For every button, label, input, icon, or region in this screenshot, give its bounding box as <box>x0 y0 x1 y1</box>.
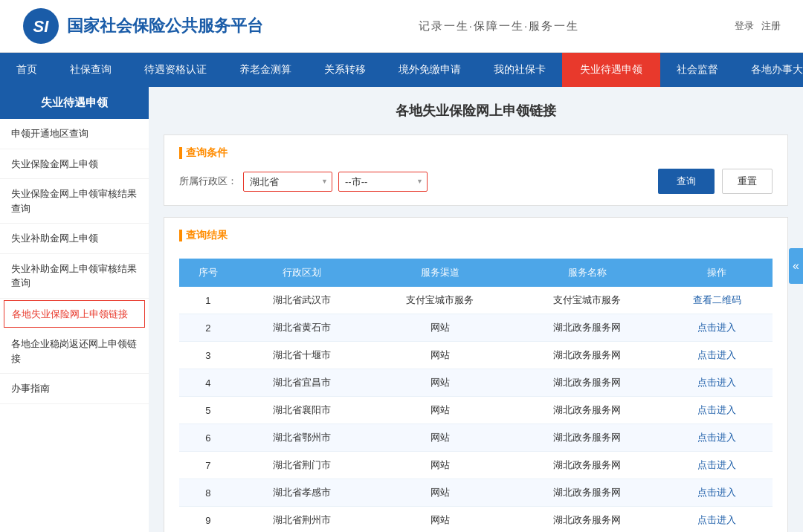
cell-region: 湖北省荆州市 <box>237 507 367 533</box>
table-row: 9 湖北省荆州市 网站 湖北政务服务网 点击进入 <box>179 507 773 533</box>
cell-action[interactable]: 点击进入 <box>661 479 773 507</box>
login-link[interactable]: 登录 <box>735 19 754 33</box>
cell-action[interactable]: 点击进入 <box>661 452 773 479</box>
cell-action[interactable]: 点击进入 <box>661 314 773 342</box>
results-table: 序号 行政区划 服务渠道 服务名称 操作 1 湖北省武汉市 支付宝城市服务 支付… <box>179 259 773 532</box>
cell-id: 7 <box>179 452 237 479</box>
cell-channel: 网站 <box>367 424 514 452</box>
nav-item-difang[interactable]: 各地办事大厅 <box>735 54 803 85</box>
cell-action[interactable]: 点击进入 <box>661 424 773 452</box>
nav-item-shebao[interactable]: 社保查询 <box>54 54 128 85</box>
sidebar-item-guide[interactable]: 办事指南 <box>0 374 149 404</box>
cell-id: 5 <box>179 397 237 424</box>
search-row: 所属行政区： 湖北省 --市-- 查询 重置 <box>179 169 773 194</box>
cell-id: 2 <box>179 314 237 342</box>
table-row: 4 湖北省宜昌市 网站 湖北政务服务网 点击进入 <box>179 369 773 397</box>
cell-id: 6 <box>179 424 237 452</box>
cell-id: 9 <box>179 507 237 533</box>
sidebar-item-wangshen[interactable]: 失业保险金网上申领 <box>0 149 149 180</box>
cell-channel: 网站 <box>367 369 514 397</box>
nav-item-guanxi[interactable]: 关系转移 <box>308 54 382 85</box>
page-title: 各地失业保险网上申领链接 <box>164 102 788 120</box>
main-nav: 首页 社保查询 待遇资格认证 养老金测算 关系转移 境外免缴申请 我的社保卡 失… <box>0 53 803 87</box>
nav-item-shehui[interactable]: 社会监督 <box>660 54 735 85</box>
nav-item-shiye[interactable]: 失业待遇申领 <box>562 53 660 87</box>
cell-service-name: 湖北政务服务网 <box>514 424 661 452</box>
results-section: 查询结果 序号 行政区划 服务渠道 服务名称 操作 1 湖北省武汉市 支付宝城市… <box>164 217 788 532</box>
sidebar-item-qiye[interactable]: 各地企业稳岗返还网上申领链接 <box>0 329 149 374</box>
svg-text:SI: SI <box>33 17 50 36</box>
cell-channel: 网站 <box>367 342 514 369</box>
nav-item-shebaocard[interactable]: 我的社保卡 <box>477 54 562 85</box>
header-slogan: 记录一生·保障一生·服务一生 <box>263 19 735 33</box>
header: SI 国家社会保险公共服务平台 记录一生·保障一生·服务一生 登录 注册 <box>0 0 803 53</box>
nav-item-daiyurenzheng[interactable]: 待遇资格认证 <box>128 54 223 85</box>
reset-button[interactable]: 重置 <box>722 169 773 194</box>
sidebar-item-buzhu[interactable]: 失业补助金网上申领 <box>0 224 149 254</box>
logo-area: SI 国家社会保险公共服务平台 <box>22 7 263 45</box>
sidebar: 失业待遇申领 申领开通地区查询 失业保险金网上申领 失业保险金网上申领审核结果查… <box>0 87 149 532</box>
table-row: 1 湖北省武汉市 支付宝城市服务 支付宝城市服务 查看二维码 <box>179 287 773 314</box>
table-head: 序号 行政区划 服务渠道 服务名称 操作 <box>179 259 773 287</box>
cell-id: 3 <box>179 342 237 369</box>
cell-action[interactable]: 点击进入 <box>661 507 773 533</box>
cell-action[interactable]: 查看二维码 <box>661 287 773 314</box>
cell-region: 湖北省十堰市 <box>237 342 367 369</box>
logo-text: 国家社会保险公共服务平台 <box>67 15 263 37</box>
table-body: 1 湖北省武汉市 支付宝城市服务 支付宝城市服务 查看二维码 2 湖北省黄石市 … <box>179 287 773 532</box>
cell-channel: 网站 <box>367 452 514 479</box>
cell-channel: 网站 <box>367 507 514 533</box>
cell-service-name: 支付宝城市服务 <box>514 287 661 314</box>
cell-region: 湖北省宜昌市 <box>237 369 367 397</box>
cell-id: 4 <box>179 369 237 397</box>
results-label-text: 查询结果 <box>186 229 228 242</box>
sidebar-item-buzhujieguo[interactable]: 失业补助金网上申领审核结果查询 <box>0 254 149 299</box>
col-id: 序号 <box>179 259 237 287</box>
col-name: 服务名称 <box>514 259 661 287</box>
nav-item-home[interactable]: 首页 <box>0 54 54 85</box>
col-channel: 服务渠道 <box>367 259 514 287</box>
content-area: 各地失业保险网上申领链接 查询条件 所属行政区： 湖北省 --市 <box>149 87 803 532</box>
query-button[interactable]: 查询 <box>658 169 715 194</box>
cell-region: 湖北省武汉市 <box>237 287 367 314</box>
search-field: 所属行政区： 湖北省 --市-- <box>179 172 428 192</box>
sidebar-item-geditalk[interactable]: 各地失业保险网上申领链接 <box>4 300 145 328</box>
table-row: 7 湖北省荆门市 网站 湖北政务服务网 点击进入 <box>179 452 773 479</box>
cell-action[interactable]: 点击进入 <box>661 369 773 397</box>
table-row: 8 湖北省孝感市 网站 湖北政务服务网 点击进入 <box>179 479 773 507</box>
city-select[interactable]: --市-- <box>338 172 428 192</box>
table-header-row: 序号 行政区划 服务渠道 服务名称 操作 <box>179 259 773 287</box>
search-label-bar <box>179 147 182 159</box>
sidebar-item-kaidi[interactable]: 申领开通地区查询 <box>0 119 149 149</box>
col-region: 行政区划 <box>237 259 367 287</box>
table-row: 5 湖北省襄阳市 网站 湖北政务服务网 点击进入 <box>179 397 773 424</box>
nav-item-yanglao[interactable]: 养老金测算 <box>223 54 308 85</box>
col-action: 操作 <box>661 259 773 287</box>
city-select-wrapper: --市-- <box>338 172 428 192</box>
province-select[interactable]: 湖北省 <box>243 172 332 192</box>
search-section: 查询条件 所属行政区： 湖北省 --市-- <box>164 134 788 206</box>
sidebar-item-shenhejieguo[interactable]: 失业保险金网上申领审核结果查询 <box>0 179 149 224</box>
table-row: 3 湖北省十堰市 网站 湖北政务服务网 点击进入 <box>179 342 773 369</box>
cell-service-name: 湖北政务服务网 <box>514 314 661 342</box>
cell-channel: 网站 <box>367 314 514 342</box>
search-label: 查询条件 <box>179 146 228 160</box>
register-link[interactable]: 注册 <box>761 19 781 33</box>
sidebar-title: 失业待遇申领 <box>0 87 149 119</box>
results-label-bar <box>179 230 182 241</box>
cell-action[interactable]: 点击进入 <box>661 342 773 369</box>
cell-id: 1 <box>179 287 237 314</box>
header-auth: 登录 注册 <box>735 19 781 33</box>
cell-id: 8 <box>179 479 237 507</box>
cell-region: 湖北省襄阳市 <box>237 397 367 424</box>
si-logo-icon: SI <box>22 7 59 45</box>
province-select-wrapper: 湖北省 <box>243 172 332 192</box>
search-buttons: 查询 重置 <box>658 169 773 194</box>
nav-item-jingwai[interactable]: 境外免缴申请 <box>382 54 477 85</box>
cell-channel: 网站 <box>367 397 514 424</box>
collapse-arrow[interactable]: « <box>789 248 803 284</box>
results-label: 查询结果 <box>179 229 228 242</box>
search-field-label: 所属行政区： <box>179 175 237 188</box>
search-label-text: 查询条件 <box>186 146 228 160</box>
cell-action[interactable]: 点击进入 <box>661 397 773 424</box>
